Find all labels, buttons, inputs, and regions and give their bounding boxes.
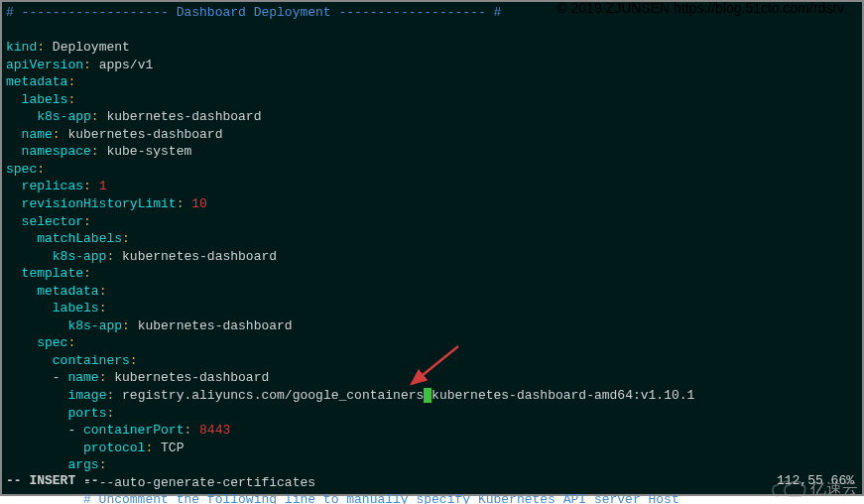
yaml-k8sapp: k8s-app: kubernetes-dashboard: [6, 108, 858, 126]
yaml-replicas: replicas: 1: [6, 178, 858, 195]
yaml-template-k8sapp: k8s-app: kubernetes-dashboard: [6, 317, 858, 335]
yaml-kind: kind: Deployment: [6, 39, 858, 57]
copyright-watermark: © 2019 ZJUNSEN https://blog.51cto.com/rd…: [556, 0, 844, 16]
cloud-icon: [771, 480, 806, 500]
yaml-image: image: registry.aliyuncs.com/google_cont…: [6, 387, 858, 405]
yaml-template-spec: spec:: [6, 334, 858, 352]
yaml-name: name: kubernetes-dashboard: [6, 126, 858, 144]
yaml-comment: # Uncomment the following line to manual…: [6, 491, 858, 504]
yaml-protocol: protocol: TCP: [6, 440, 858, 457]
yaml-labels: labels:: [6, 91, 858, 109]
yaml-metadata: metadata:: [6, 73, 858, 91]
yaml-ports: ports:: [6, 405, 858, 423]
terminal-editor[interactable]: # ------------------- Dashboard Deployme…: [0, 0, 864, 496]
yaml-template-labels: labels:: [6, 300, 858, 317]
yaml-revisionhistory: revisionHistoryLimit: 10: [6, 195, 858, 213]
yaml-args: args:: [6, 456, 858, 474]
cursor: /: [424, 388, 432, 403]
vim-mode-indicator: -- INSERT --: [6, 472, 858, 490]
yaml-matchlabels: matchLabels:: [6, 230, 858, 248]
yaml-k8sapp2: k8s-app: kubernetes-dashboard: [6, 248, 858, 266]
logo-text: 亿速云: [810, 479, 858, 500]
yaml-template: template:: [6, 265, 858, 283]
yaml-containers: containers:: [6, 352, 858, 370]
yaml-containerport: - containerPort: 8443: [6, 422, 858, 440]
blank-line: [6, 22, 858, 40]
yaml-selector: selector:: [6, 213, 858, 231]
yaml-template-metadata: metadata:: [6, 283, 858, 301]
logo-watermark: 亿速云: [771, 479, 858, 500]
yaml-spec: spec:: [6, 161, 858, 179]
yaml-namespace: namespace: kube-system: [6, 143, 858, 161]
yaml-apiversion: apiVersion: apps/v1: [6, 57, 858, 74]
yaml-container-name: - name: kubernetes-dashboard: [6, 369, 858, 387]
